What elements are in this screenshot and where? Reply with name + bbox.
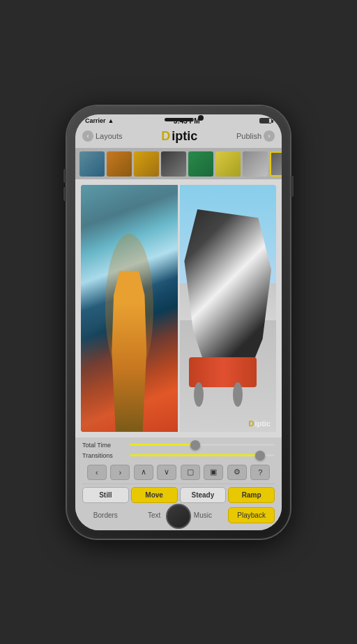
carrier-label: Carrier <box>85 117 106 124</box>
next-button[interactable]: › <box>110 465 130 480</box>
back-button[interactable]: ‹ Layouts <box>82 130 123 142</box>
icon-toolbar: ‹ › ∧ ∨ ▢ ▣ ⚙ ? <box>82 463 275 484</box>
title-prefix: D <box>161 129 170 144</box>
ramp-button[interactable]: Ramp <box>228 487 275 503</box>
collage-left-panel[interactable]: S <box>81 185 178 432</box>
speaker <box>165 118 192 121</box>
graffiti-background: S <box>81 185 178 432</box>
canvas-area: S <box>75 179 282 437</box>
thumbnail-5[interactable] <box>188 151 213 177</box>
transitions-track[interactable] <box>130 454 275 456</box>
title-text: iptic <box>172 129 197 144</box>
publish-button[interactable]: Publish › <box>236 130 275 142</box>
tab-playback[interactable]: Playback <box>228 507 275 523</box>
battery-fill <box>260 119 269 123</box>
thumbnail-4[interactable] <box>161 151 186 177</box>
watermark: Diptic <box>248 419 271 428</box>
total-time-track[interactable] <box>130 444 275 446</box>
move-up-button[interactable]: ∧ <box>134 465 153 480</box>
collage: S <box>81 185 276 432</box>
home-button[interactable] <box>166 504 191 529</box>
status-left: Carrier ▲ <box>85 117 114 124</box>
app-title: Diptic <box>161 129 197 144</box>
prev-button[interactable]: ‹ <box>87 465 107 480</box>
watermark-d: D <box>248 419 254 428</box>
transitions-thumb[interactable] <box>255 451 265 460</box>
thumbnail-2[interactable] <box>107 151 132 177</box>
back-chevron-icon: ‹ <box>82 130 93 142</box>
steady-button[interactable]: Steady <box>180 487 227 503</box>
publish-chevron-icon: › <box>264 130 275 142</box>
status-right <box>259 118 272 123</box>
thumbnail-strip: + <box>75 149 282 179</box>
total-time-thumb[interactable] <box>190 440 200 450</box>
total-time-label: Total Time <box>82 442 126 449</box>
girl-figure <box>110 271 149 431</box>
phone-frame: Carrier ▲ 3:45 PM ‹ Layouts Diptic Publi… <box>67 106 290 539</box>
screen: Carrier ▲ 3:45 PM ‹ Layouts Diptic Publi… <box>75 114 282 530</box>
total-time-row: Total Time <box>82 442 275 449</box>
nav-bar: ‹ Layouts Diptic Publish › <box>75 126 282 149</box>
battery-icon <box>259 118 272 123</box>
move-button[interactable]: Move <box>131 487 178 503</box>
transitions-label: Transitions <box>82 452 126 459</box>
move-down-button[interactable]: ∨ <box>157 465 176 480</box>
settings-button[interactable]: ⚙ <box>227 465 247 480</box>
thumbnail-3[interactable] <box>134 151 159 177</box>
thumbnail-6[interactable] <box>215 151 241 177</box>
publish-label: Publish <box>236 132 261 140</box>
motion-row: Still Move Steady Ramp <box>82 484 275 505</box>
frame-button[interactable]: ▢ <box>181 465 200 480</box>
collage-right-panel[interactable] <box>180 185 277 432</box>
front-camera <box>198 115 204 121</box>
transitions-row: Transitions <box>82 452 275 459</box>
wifi-icon: ▲ <box>108 117 114 124</box>
watermark-text: iptic <box>255 419 271 428</box>
tab-borders[interactable]: Borders <box>82 507 129 523</box>
thumbnail-1[interactable] <box>79 151 105 177</box>
power-button[interactable] <box>291 176 294 197</box>
skate-background <box>180 185 277 432</box>
help-button[interactable]: ? <box>250 465 270 480</box>
vol-up-button[interactable] <box>63 169 66 183</box>
thumbnail-7[interactable] <box>243 151 268 177</box>
wheel-right <box>233 382 243 407</box>
still-button[interactable]: Still <box>82 487 129 503</box>
inner-frame-button[interactable]: ▣ <box>204 465 223 480</box>
vol-down-button[interactable] <box>63 187 66 201</box>
thumbnail-8-selected[interactable] <box>270 151 282 177</box>
back-label: Layouts <box>96 132 123 140</box>
